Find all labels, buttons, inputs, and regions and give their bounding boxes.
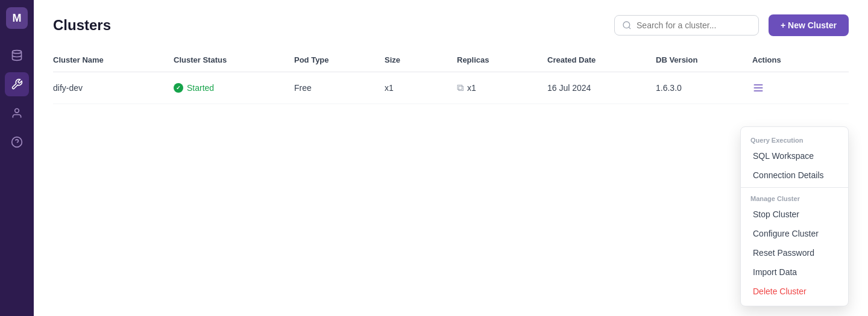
header-size: Size — [385, 55, 457, 64]
cell-cluster-name: dify-dev — [53, 83, 174, 93]
header-cluster-name: Cluster Name — [53, 55, 174, 64]
dropdown-divider — [741, 187, 848, 188]
svg-rect-7 — [754, 87, 763, 88]
svg-point-4 — [623, 22, 630, 28]
search-box[interactable] — [614, 15, 759, 36]
cell-actions — [752, 82, 813, 94]
replicas-icon: ⧉ — [457, 82, 464, 93]
table-header: Cluster Name Cluster Status Pod Type Siz… — [53, 55, 849, 72]
reset-password-item[interactable]: Reset Password — [741, 243, 848, 262]
page-header: Clusters + New Cluster — [53, 14, 849, 36]
sql-workspace-item[interactable]: SQL Workspace — [741, 146, 848, 166]
status-started: Started — [174, 83, 214, 93]
cell-pod-type: Free — [294, 83, 385, 93]
import-data-item[interactable]: Import Data — [741, 262, 848, 282]
sidebar: M — [0, 0, 34, 316]
header-actions: Actions — [752, 55, 813, 64]
actions-button[interactable] — [752, 82, 764, 94]
header-db-version: DB Version — [656, 55, 752, 64]
svg-point-0 — [13, 51, 22, 54]
manage-cluster-label: Manage Cluster — [741, 190, 848, 205]
cell-replicas: ⧉ x1 — [457, 82, 547, 93]
search-icon — [622, 20, 632, 30]
header-created-date: Created Date — [547, 55, 656, 64]
header-right: + New Cluster — [614, 14, 849, 36]
clusters-table: Cluster Name Cluster Status Pod Type Siz… — [53, 55, 849, 104]
svg-rect-6 — [754, 84, 763, 85]
query-execution-label: Query Execution — [741, 132, 848, 146]
cell-cluster-status: Started — [174, 83, 294, 93]
actions-dropdown: Query Execution SQL Workspace Connection… — [740, 126, 849, 306]
connection-details-item[interactable]: Connection Details — [741, 166, 848, 185]
search-input[interactable] — [637, 20, 751, 30]
status-indicator — [174, 83, 183, 93]
sidebar-item-database[interactable] — [5, 43, 29, 67]
header-replicas: Replicas — [457, 55, 547, 64]
sidebar-item-help[interactable] — [5, 130, 29, 154]
app-logo: M — [6, 7, 28, 29]
main-content: Clusters + New Cluster Cluster Name Clus… — [34, 0, 868, 316]
page-title: Clusters — [53, 17, 111, 34]
header-cluster-status: Cluster Status — [174, 55, 294, 64]
header-pod-type: Pod Type — [294, 55, 385, 64]
sidebar-item-tools[interactable] — [5, 72, 29, 96]
new-cluster-button[interactable]: + New Cluster — [769, 14, 849, 36]
configure-cluster-item[interactable]: Configure Cluster — [741, 224, 848, 243]
delete-cluster-item[interactable]: Delete Cluster — [741, 282, 848, 301]
table-row: dify-dev Started Free x1 ⧉ x1 16 Jul 202… — [53, 72, 849, 104]
svg-point-1 — [15, 109, 19, 113]
sidebar-item-user[interactable] — [5, 101, 29, 125]
cell-size: x1 — [385, 83, 457, 93]
stop-cluster-item[interactable]: Stop Cluster — [741, 205, 848, 224]
cell-db-version: 1.6.3.0 — [656, 83, 752, 93]
cell-created-date: 16 Jul 2024 — [547, 83, 656, 93]
svg-line-5 — [629, 27, 631, 29]
svg-rect-8 — [754, 90, 763, 91]
